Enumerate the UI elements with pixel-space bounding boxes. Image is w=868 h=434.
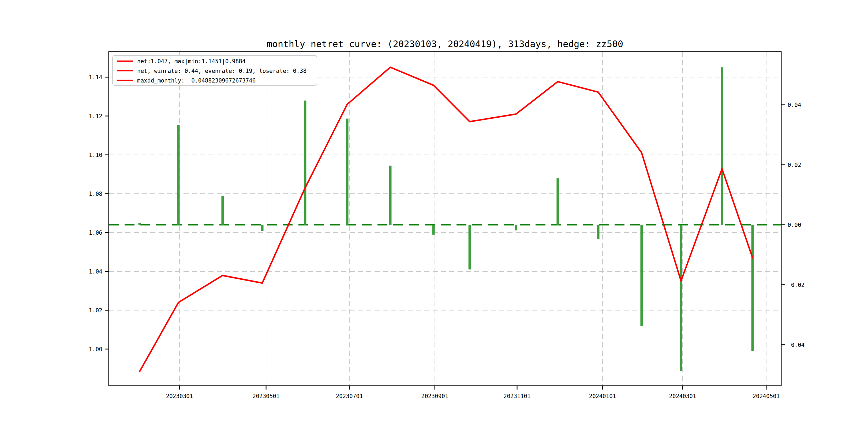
return-bar [138, 223, 141, 225]
right-tick-label: −0.04 [787, 342, 805, 348]
return-bar [346, 119, 348, 225]
return-bar [221, 196, 224, 225]
x-tick-label: 20240101 [589, 393, 616, 399]
right-tick-label: −0.02 [787, 282, 805, 288]
return-bar [177, 125, 180, 225]
right-tick-label: 0.00 [787, 222, 801, 228]
return-bar [469, 225, 471, 270]
right-tick-label: 0.04 [787, 102, 801, 108]
return-bar [751, 225, 754, 351]
return-bar [597, 225, 599, 239]
right-tick-label: 0.02 [787, 162, 801, 168]
x-tick-label: 20230501 [253, 393, 280, 399]
x-tick-label: 20231101 [503, 393, 530, 399]
x-tick-label: 20230901 [422, 393, 448, 399]
left-tick-label: 1.04 [89, 269, 102, 275]
return-bar [432, 225, 435, 235]
plot-area [109, 67, 781, 372]
return-bar [721, 67, 723, 225]
left-tick-label: 1.14 [89, 74, 102, 81]
net-line [140, 67, 752, 372]
left-tick-label: 1.00 [89, 346, 102, 352]
return-bar [680, 225, 682, 371]
legend: net:1.047, max|min:1.1451|0.9884net, win… [113, 56, 317, 86]
x-tick-label: 20240501 [752, 393, 780, 399]
legend-item-label: net:1.047, max|min:1.1451|0.9884 [137, 58, 246, 65]
left-tick-label: 1.08 [89, 191, 102, 197]
return-bar [556, 178, 559, 225]
legend-item-label: net, winrate: 0.44, evenrate: 0.19, lose… [137, 68, 307, 74]
x-tick-label: 20230701 [336, 393, 363, 399]
netret-chart: 2023030120230501202307012023090120231101… [0, 0, 868, 434]
x-tick-label: 20230301 [166, 393, 193, 399]
return-bar [515, 225, 517, 230]
return-bar [261, 225, 264, 231]
left-tick-label: 1.06 [89, 229, 102, 236]
left-tick-label: 1.10 [89, 152, 102, 158]
return-bar [640, 225, 643, 326]
return-bar [304, 100, 306, 224]
left-tick-label: 1.02 [89, 307, 102, 314]
chart-title: monthly netret curve: (20230103, 2024041… [267, 38, 623, 49]
axis-layer: 2023030120230501202307012023090120231101… [89, 52, 805, 399]
legend-item-label: maxdd_monthly: -0.04882309672673746 [137, 78, 256, 84]
return-bar [389, 165, 392, 225]
left-tick-label: 1.12 [89, 113, 102, 120]
x-tick-label: 20240301 [669, 393, 696, 399]
